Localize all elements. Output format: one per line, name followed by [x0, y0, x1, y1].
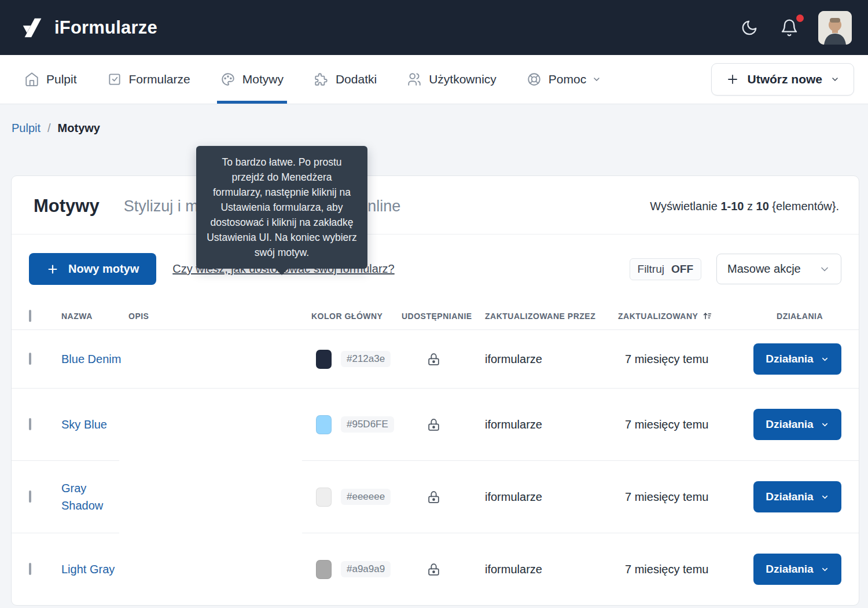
chevron-down-icon: [819, 263, 830, 275]
brand-checkmark-icon: [20, 14, 46, 41]
column-header-kolor[interactable]: KOLOR GŁÓWNY: [311, 312, 398, 321]
nav-item-uzytkownicy[interactable]: Użytkownicy: [403, 55, 500, 104]
chevron-down-icon: [821, 565, 829, 574]
plus-icon: [726, 72, 740, 86]
page-title: Motywy: [34, 196, 100, 217]
lock-icon: [426, 489, 441, 505]
table-row: Light Gray #a9a9a9 iformularze 7 miesięc…: [12, 533, 859, 605]
nav-item-dodatki[interactable]: Dodatki: [310, 55, 380, 104]
table-toolbar: Nowy motyw Czy wiesz, jak dostosować swó…: [12, 235, 859, 302]
users-icon: [407, 72, 422, 87]
updated-at: 7 miesięcy temu: [618, 490, 751, 504]
nav-label: Formularze: [129, 72, 190, 86]
moon-icon: [741, 19, 758, 36]
column-header-dzialania: DZIAŁANIA: [777, 312, 841, 321]
updated-at: 7 miesięcy temu: [618, 418, 751, 431]
app-header: iFormularze: [0, 0, 868, 55]
check-square-icon: [107, 72, 122, 87]
create-new-button[interactable]: Utwórz nowe: [711, 63, 855, 96]
breadcrumb-home-link[interactable]: Pulpit: [12, 122, 41, 135]
updated-at: 7 miesięcy temu: [618, 353, 751, 366]
bulk-actions-label: Masowe akcje: [727, 262, 801, 276]
new-theme-button[interactable]: Nowy motyw: [29, 253, 156, 285]
color-swatch: [316, 488, 332, 507]
theme-name-link[interactable]: Gray Shadow: [61, 479, 128, 514]
chevron-down-icon: [821, 420, 829, 429]
lifebuoy-icon: [527, 72, 542, 87]
color-hex: #95D6FE: [341, 416, 394, 433]
breadcrumb: Pulpit / Motywy: [0, 104, 868, 135]
notification-badge: [796, 14, 804, 22]
column-header-nazwa[interactable]: NAZWA: [61, 312, 128, 321]
column-header-udostepnianie[interactable]: UDOSTĘPNIANIE: [398, 312, 485, 321]
create-new-label: Utwórz nowe: [748, 72, 823, 86]
updated-by: iformularze: [485, 563, 618, 576]
row-checkbox[interactable]: [29, 353, 31, 365]
breadcrumb-current: Motywy: [58, 122, 100, 135]
lock-icon: [426, 562, 441, 577]
help-tooltip: To bardzo łatwe. Po prostu przejdź do Me…: [196, 146, 367, 269]
filter-toggle[interactable]: Filtruj OFF: [630, 258, 701, 280]
color-swatch: [316, 415, 332, 434]
chevron-down-icon: [592, 75, 601, 84]
bulk-actions-select[interactable]: Masowe akcje: [716, 254, 841, 284]
nav-item-motywy[interactable]: Motywy: [217, 55, 287, 104]
column-header-opis[interactable]: OPIS: [128, 312, 311, 321]
theme-name-link[interactable]: Blue Denim: [61, 350, 121, 368]
notifications-button[interactable]: [778, 16, 801, 39]
filter-state: OFF: [671, 263, 693, 276]
updated-by: iformularze: [485, 418, 618, 431]
table-row: Blue Denim #212a3e iformularze 7 miesięc…: [12, 330, 859, 388]
user-avatar[interactable]: [818, 11, 852, 45]
color-hex: #212a3e: [341, 351, 391, 367]
table-row: Sky Blue #95D6FE iformularze 7 miesięcy …: [12, 388, 859, 460]
lock-icon: [426, 417, 441, 433]
sort-ascending-icon: [703, 311, 712, 321]
new-theme-label: Nowy motyw: [68, 262, 139, 276]
updated-by: iformularze: [485, 490, 618, 504]
lock-icon: [426, 351, 441, 367]
table-row: Gray Shadow #eeeeee iformularze 7 miesię…: [12, 460, 859, 533]
help-tooltip-text: To bardzo łatwe. Po prostu przejdź do Me…: [207, 156, 357, 258]
updated-at: 7 miesięcy temu: [618, 563, 751, 576]
row-actions-button[interactable]: Działania: [753, 343, 841, 375]
chevron-down-icon: [830, 75, 840, 84]
color-hex: #eeeeee: [341, 489, 391, 505]
select-all-checkbox[interactable]: [29, 310, 31, 322]
chevron-down-icon: [821, 355, 829, 364]
nav-label: Pomoc: [549, 72, 586, 86]
plus-icon: [46, 263, 59, 276]
main-nav: Pulpit Formularze Motywy Dodatki: [0, 55, 868, 104]
theme-name-link[interactable]: Sky Blue: [61, 416, 107, 433]
column-header-zaktualizowany[interactable]: ZAKTUALIZOWANY: [618, 311, 751, 321]
row-actions-button[interactable]: Działania: [753, 481, 841, 512]
puzzle-icon: [314, 72, 329, 87]
brand-name: iFormularze: [54, 17, 157, 38]
row-checkbox[interactable]: [29, 418, 31, 430]
row-checkbox[interactable]: [29, 563, 31, 575]
row-actions-button[interactable]: Działania: [753, 409, 841, 440]
chevron-down-icon: [821, 493, 829, 501]
updated-by: iformularze: [485, 353, 618, 366]
theme-name-link[interactable]: Light Gray: [61, 561, 115, 578]
themes-card: Motywy Stylizuj i markuj swoje formularz…: [11, 175, 859, 606]
nav-label: Pulpit: [46, 72, 77, 86]
color-swatch: [316, 350, 332, 369]
dark-mode-toggle[interactable]: [738, 17, 760, 39]
nav-item-pomoc[interactable]: Pomoc: [523, 55, 605, 104]
breadcrumb-separator: /: [47, 122, 51, 135]
palette-icon: [220, 72, 236, 87]
color-hex: #a9a9a9: [341, 561, 391, 577]
home-icon: [24, 72, 39, 87]
bell-icon: [780, 19, 799, 37]
row-actions-button[interactable]: Działania: [753, 554, 841, 585]
row-checkbox[interactable]: [29, 490, 31, 503]
color-swatch: [316, 560, 332, 579]
nav-label: Użytkownicy: [429, 72, 496, 86]
table-header-row: NAZWA OPIS KOLOR GŁÓWNY UDOSTĘPNIANIE ZA…: [12, 302, 859, 330]
row-divider-gap: [119, 458, 302, 464]
nav-item-formularze[interactable]: Formularze: [104, 55, 194, 104]
nav-item-pulpit[interactable]: Pulpit: [21, 55, 80, 104]
brand-logo[interactable]: iFormularze: [20, 14, 157, 41]
column-header-zaktualizowane-przez[interactable]: ZAKTUALIZOWANE PRZEZ: [485, 312, 618, 321]
